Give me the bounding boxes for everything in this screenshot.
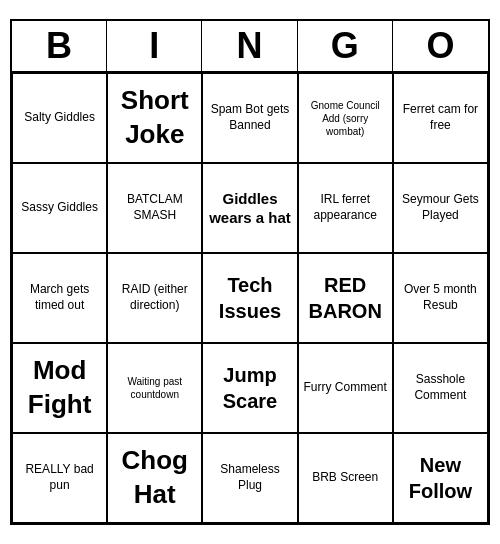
bingo-card: BINGO Salty GiddlesShort JokeSpam Bot ge…: [10, 19, 490, 525]
bingo-cell-11: RAID (either direction): [107, 253, 202, 343]
bingo-grid: Salty GiddlesShort JokeSpam Bot gets Ban…: [12, 73, 488, 523]
bingo-cell-6: BATCLAM SMASH: [107, 163, 202, 253]
bingo-cell-18: Furry Comment: [298, 343, 393, 433]
bingo-cell-8: IRL ferret appearance: [298, 163, 393, 253]
bingo-cell-12: Tech Issues: [202, 253, 297, 343]
bingo-cell-20: REALLY bad pun: [12, 433, 107, 523]
bingo-cell-4: Ferret cam for free: [393, 73, 488, 163]
bingo-cell-2: Spam Bot gets Banned: [202, 73, 297, 163]
bingo-cell-23: BRB Screen: [298, 433, 393, 523]
bingo-letter-g: G: [298, 21, 393, 71]
bingo-cell-3: Gnome Council Add (sorry wombat): [298, 73, 393, 163]
bingo-letter-b: B: [12, 21, 107, 71]
bingo-header: BINGO: [12, 21, 488, 73]
bingo-cell-19: Sasshole Comment: [393, 343, 488, 433]
bingo-cell-21: Chog Hat: [107, 433, 202, 523]
bingo-cell-24: New Follow: [393, 433, 488, 523]
bingo-cell-22: Shameless Plug: [202, 433, 297, 523]
bingo-cell-17: Jump Scare: [202, 343, 297, 433]
bingo-cell-15: Mod Fight: [12, 343, 107, 433]
bingo-letter-o: O: [393, 21, 488, 71]
bingo-cell-16: Waiting past countdown: [107, 343, 202, 433]
bingo-cell-7: Giddles wears a hat: [202, 163, 297, 253]
bingo-cell-5: Sassy Giddles: [12, 163, 107, 253]
bingo-cell-14: Over 5 month Resub: [393, 253, 488, 343]
bingo-letter-n: N: [202, 21, 297, 71]
bingo-cell-10: March gets timed out: [12, 253, 107, 343]
bingo-cell-0: Salty Giddles: [12, 73, 107, 163]
bingo-cell-13: RED BARON: [298, 253, 393, 343]
bingo-letter-i: I: [107, 21, 202, 71]
bingo-cell-1: Short Joke: [107, 73, 202, 163]
bingo-cell-9: Seymour Gets Played: [393, 163, 488, 253]
